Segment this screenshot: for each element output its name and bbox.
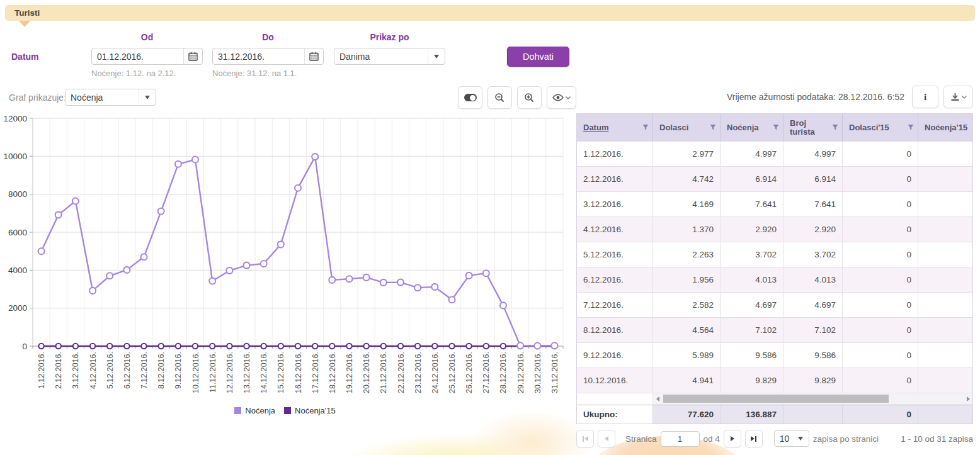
table-cell [918, 141, 972, 166]
table-cell: 4.013 [721, 267, 783, 292]
export-button[interactable] [943, 86, 973, 108]
filter-icon [773, 124, 779, 130]
scrollbar-thumb[interactable] [663, 395, 889, 403]
info-button[interactable]: i [912, 86, 938, 108]
svg-text:10.12.2016.: 10.12.2016. [191, 352, 200, 393]
svg-text:5.12.2016.: 5.12.2016. [106, 352, 115, 389]
last-page-button[interactable] [745, 430, 763, 447]
first-page-button[interactable] [576, 430, 594, 447]
table-cell: 0 [843, 191, 918, 216]
svg-text:8000: 8000 [8, 189, 27, 199]
table-panel: Vrijeme ažurnosti podataka: 28.12.2016. … [576, 86, 973, 447]
graf-prikazuje-label: Graf prikazuje: [9, 93, 66, 103]
svg-text:27.12.2016.: 27.12.2016. [482, 352, 491, 393]
visibility-dropdown-button[interactable] [547, 86, 576, 109]
svg-text:17.12.2016.: 17.12.2016. [311, 352, 320, 393]
dohvati-button[interactable]: Dohvati [507, 47, 569, 67]
scroll-left-arrow-icon[interactable] [653, 393, 662, 405]
table-cell: 3.702 [721, 242, 783, 267]
scrollbar-track[interactable] [662, 393, 964, 405]
table-cell: 1.12.2016. [577, 141, 653, 166]
table-cell: 2.12.2016. [577, 166, 653, 191]
prikaz-po-select[interactable]: Danima [334, 48, 445, 65]
table-cell: 2.263 [653, 242, 721, 267]
totals-cell [918, 405, 972, 424]
filter-icon [710, 124, 716, 130]
table-row[interactable]: 4.12.2016.1.3702.9202.9200 [577, 216, 972, 242]
tab-turisti[interactable]: Turisti [5, 5, 975, 21]
table-cell [918, 292, 972, 317]
horizontal-scrollbar[interactable] [653, 393, 972, 405]
svg-text:13.12.2016.: 13.12.2016. [242, 352, 251, 393]
zoom-out-button[interactable] [487, 86, 512, 109]
page-size-label: zapisa po stranici [813, 434, 879, 444]
filter-icon [832, 124, 838, 130]
filter-button[interactable] [710, 123, 716, 132]
chevron-down-icon[interactable] [428, 48, 445, 64]
legend-item[interactable]: Noćenja'15 [284, 406, 336, 415]
table-cell: 0 [843, 141, 918, 166]
chevron-down-icon[interactable] [792, 431, 809, 446]
table-row[interactable]: 6.12.2016.1.9564.0134.0130 [577, 267, 972, 292]
column-header-1[interactable]: Dolasci [653, 114, 721, 141]
svg-text:11.12.2016.: 11.12.2016. [208, 352, 217, 393]
svg-text:14.12.2016.: 14.12.2016. [259, 352, 268, 393]
filter-button[interactable] [642, 123, 649, 132]
page-number-input[interactable] [661, 431, 700, 447]
svg-text:2000: 2000 [8, 303, 27, 313]
chevron-down-icon[interactable] [139, 89, 156, 105]
table-header-row: DatumDolasciNoćenjaBroj turistaDolasci'1… [577, 114, 972, 141]
table-cell [918, 216, 972, 242]
zoom-in-button[interactable] [517, 86, 542, 109]
filter-button[interactable] [773, 123, 779, 132]
zoom-in-icon [524, 93, 535, 103]
table-cell [918, 267, 972, 292]
filter-button[interactable] [908, 123, 914, 132]
data-updated-text: Vrijeme ažurnosti podataka: 28.12.2016. … [727, 92, 904, 102]
scroll-right-arrow-icon[interactable] [964, 393, 972, 405]
table-row[interactable]: 1.12.2016.2.9774.9974.9970 [577, 141, 972, 166]
prikaz-po-value: Danima [334, 52, 428, 62]
table-row[interactable]: 10.12.2016.4.9419.8299.8290 [577, 368, 972, 393]
svg-text:1.12.2016.: 1.12.2016. [37, 352, 46, 389]
next-page-button[interactable] [724, 430, 741, 447]
table-cell: 3.12.2016. [577, 191, 653, 216]
previous-page-button[interactable] [598, 430, 615, 447]
table-cell: 0 [843, 292, 918, 317]
table-cell: 7.641 [783, 191, 843, 216]
column-header-label: Noćenja'15 [925, 123, 969, 132]
column-header-2[interactable]: Noćenja [721, 114, 783, 141]
column-header-0[interactable]: Datum [577, 114, 653, 141]
column-header-3[interactable]: Broj turista [783, 114, 843, 141]
table-cell: 9.586 [783, 342, 843, 368]
table-row[interactable]: 2.12.2016.4.7426.9146.9140 [577, 166, 972, 191]
svg-text:19.12.2016.: 19.12.2016. [345, 352, 354, 393]
filter-button[interactable] [832, 123, 838, 132]
table-row[interactable]: 9.12.2016.5.9899.5869.5860 [577, 342, 972, 368]
page-size-select[interactable]: 10 [774, 430, 809, 447]
totals-label: Ukupno: [577, 405, 653, 424]
svg-text:31.12.2016.: 31.12.2016. [550, 352, 559, 393]
records-range-label: 1 - 10 od 31 zapisa [901, 434, 973, 444]
table-cell: 1.370 [653, 216, 721, 242]
date-from-input[interactable] [92, 48, 183, 64]
table-row[interactable]: 7.12.2016.2.5824.6974.6970 [577, 292, 972, 317]
horizontal-scroll-row [577, 393, 972, 405]
table-cell: 8.12.2016. [577, 317, 653, 342]
graf-prikazuje-select[interactable]: Noćenja [65, 89, 156, 106]
calendar-icon[interactable] [304, 48, 323, 64]
column-header-5[interactable]: Noćenja'15 [918, 114, 972, 141]
date-to-input[interactable] [213, 48, 304, 64]
legend-label: Noćenja'15 [295, 406, 336, 415]
column-header-4[interactable]: Dolasci'15 [843, 114, 918, 141]
svg-text:26.12.2016.: 26.12.2016. [465, 352, 474, 393]
table-row[interactable]: 5.12.2016.2.2633.7023.7020 [577, 242, 972, 267]
svg-text:4000: 4000 [8, 266, 27, 275]
table-row[interactable]: 3.12.2016.4.1697.6417.6410 [577, 191, 972, 216]
table-row[interactable]: 8.12.2016.4.5647.1027.1020 [577, 317, 972, 342]
table-cell: 4.997 [721, 141, 783, 166]
svg-text:15.12.2016.: 15.12.2016. [276, 352, 285, 393]
toggle-chart-mode-button[interactable] [458, 86, 482, 109]
calendar-icon[interactable] [183, 48, 202, 64]
legend-item[interactable]: Noćenja [234, 406, 275, 415]
